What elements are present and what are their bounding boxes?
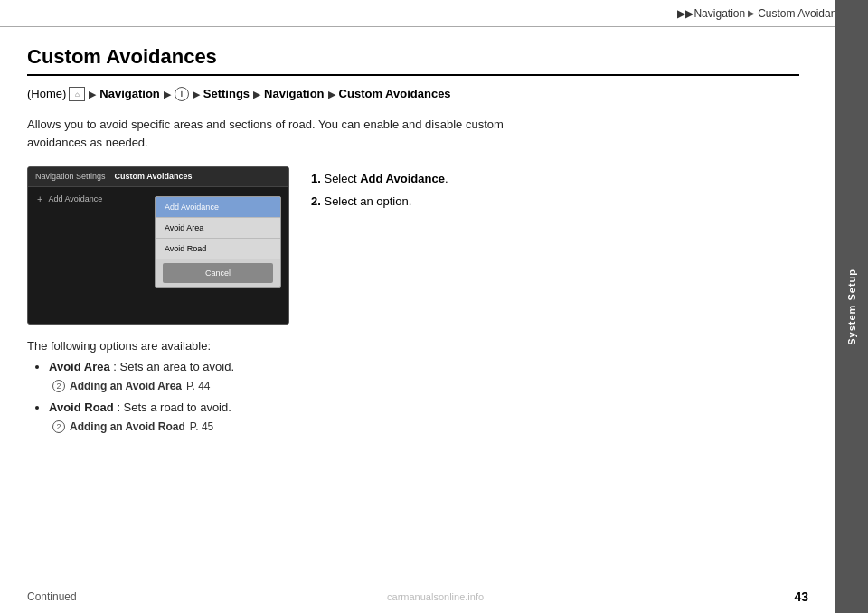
ref-avoid-area-bold: Adding an Avoid Area — [70, 378, 182, 395]
step-2-text: Select an option. — [324, 194, 411, 208]
step-2: 2. Select an option. — [311, 193, 448, 211]
step-1-text: Select Add Avoidance. — [324, 172, 448, 185]
ref-arrow-icon-1: 2 — [52, 380, 65, 392]
page-title: Custom Avoidances — [27, 45, 799, 69]
content-row: Navigation Settings Custom Avoidances + … — [27, 166, 799, 325]
page-number: 43 — [794, 589, 808, 604]
title-divider — [27, 74, 799, 76]
screen-header-right: Custom Avoidances — [115, 172, 193, 181]
ref-avoid-road-page: P. 45 — [190, 419, 213, 436]
options-header: The following options are available: — [27, 339, 799, 353]
nav-arrow-5: ▶ — [328, 87, 335, 102]
breadcrumb-arrow-1: ▶ — [748, 8, 755, 18]
nav-arrow-2: ▶ — [164, 87, 171, 102]
sidebar-label: System Setup — [846, 269, 857, 345]
continued-label: Continued — [27, 590, 77, 603]
dropdown-add-avoidance: Add Avoidance — [156, 197, 280, 218]
plus-icon: + — [37, 193, 42, 204]
nav-settings: Settings — [203, 85, 250, 103]
right-sidebar: System Setup — [835, 0, 868, 613]
nav-arrow-3: ▶ — [193, 87, 200, 102]
option-avoid-area-text: : Sets an area to avoid. — [113, 360, 234, 373]
ref-arrow-icon-2: 2 — [52, 420, 65, 433]
option-avoid-area-bold: Avoid Area — [49, 360, 110, 373]
main-content: Custom Avoidances (Home) ⌂ ▶ Navigation … — [0, 27, 835, 613]
nav-navigation-2: Navigation — [264, 85, 324, 103]
screen-header: Navigation Settings Custom Avoidances — [28, 167, 288, 187]
ref-avoid-road: 2 Adding an Avoid Road P. 45 — [49, 419, 799, 436]
dropdown-avoid-area: Avoid Area — [156, 218, 280, 239]
nav-path: (Home) ⌂ ▶ Navigation ▶ i ▶ Settings ▶ N… — [27, 85, 799, 103]
step-2-num: 2. — [311, 194, 321, 208]
options-list: Avoid Area : Sets an area to avoid. 2 Ad… — [27, 358, 799, 436]
nav-arrow-1: ▶ — [89, 87, 96, 102]
option-avoid-road-text: : Sets a road to avoid. — [117, 401, 231, 414]
screen-header-left: Navigation Settings — [35, 172, 106, 181]
home-icon: ⌂ — [69, 87, 85, 101]
ref-avoid-road-bold: Adding an Avoid Road — [70, 419, 185, 436]
ref-avoid-area: 2 Adding an Avoid Area P. 44 — [49, 378, 799, 395]
info-icon: i — [175, 87, 189, 101]
bottom-bar: Continued carmanualsonline.info 43 — [0, 589, 835, 604]
nav-custom-avoidances: Custom Avoidances — [339, 85, 451, 103]
dropdown-cancel: Cancel — [163, 263, 273, 283]
home-text: (Home) — [27, 85, 66, 103]
step-1-bold: Add Avoidance — [360, 172, 445, 185]
dropdown-avoid-road: Avoid Road — [156, 239, 280, 259]
breadcrumb-navigation: ▶▶Navigation — [677, 7, 745, 20]
screen-simulation: Navigation Settings Custom Avoidances + … — [27, 166, 289, 325]
nav-navigation: Navigation — [99, 85, 159, 103]
screen-add-text: Add Avoidance — [48, 194, 102, 203]
top-breadcrumb-bar: ▶▶Navigation ▶ Custom Avoidances — [0, 0, 868, 27]
watermark: carmanualsonline.info — [387, 591, 484, 602]
option-avoid-road-bold: Avoid Road — [49, 401, 114, 414]
screen-dropdown: Add Avoidance Avoid Area Avoid Road Canc… — [155, 196, 281, 288]
steps-area: 1. Select Add Avoidance. 2. Select an op… — [311, 166, 448, 325]
ref-avoid-area-page: P. 44 — [186, 378, 210, 395]
option-avoid-road: Avoid Road : Sets a road to avoid. 2 Add… — [49, 399, 799, 436]
breadcrumb: ▶▶Navigation ▶ Custom Avoidances — [677, 7, 854, 20]
nav-arrow-4: ▶ — [253, 87, 260, 102]
step-1-num: 1. — [311, 172, 321, 185]
description-text: Allows you to avoid specific areas and s… — [27, 116, 552, 152]
step-1: 1. Select Add Avoidance. — [311, 170, 448, 188]
home-icon-wrap: (Home) ⌂ — [27, 85, 85, 103]
option-avoid-area: Avoid Area : Sets an area to avoid. 2 Ad… — [49, 358, 799, 395]
